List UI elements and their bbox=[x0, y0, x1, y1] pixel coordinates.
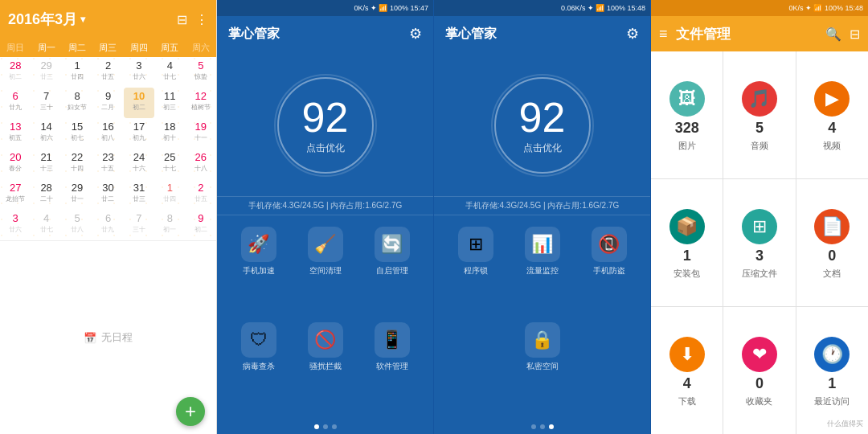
manager-action-item[interactable]: 🚀 手机加速 bbox=[225, 227, 292, 313]
manager2-score-circle[interactable]: 92 点击优化 bbox=[494, 77, 591, 174]
manager-action-label: 流量监控 bbox=[526, 265, 559, 276]
files-category-cell[interactable]: 🕐 1 最近访问 bbox=[796, 307, 868, 434]
files-category-cell[interactable]: 🎵 5 音频 bbox=[723, 51, 795, 178]
files-category-count: 0 bbox=[828, 248, 836, 264]
manager2-score-area[interactable]: 92 点击优化 bbox=[434, 51, 650, 196]
page-dot bbox=[314, 424, 319, 429]
manager-action-item[interactable]: 🧹 空间清理 bbox=[292, 227, 358, 313]
page-dot bbox=[323, 424, 328, 429]
add-event-button[interactable]: + bbox=[176, 397, 205, 426]
calendar-day[interactable]: 3廿六 bbox=[0, 210, 31, 240]
calendar-day[interactable]: 17初九 bbox=[124, 118, 154, 149]
files-category-cell[interactable]: ▶ 4 视频 bbox=[796, 51, 868, 178]
calendar-day[interactable]: 9初二 bbox=[186, 210, 216, 240]
manager1-status-bar: 0K/s ✦ 📶 100% 15:47 bbox=[217, 0, 433, 16]
files-category-cell[interactable]: 📦 1 安装包 bbox=[651, 179, 723, 306]
calendar-day[interactable]: 6廿九 bbox=[0, 88, 31, 118]
calendar-day[interactable]: 14初六 bbox=[31, 118, 61, 149]
files-sort-icon[interactable]: ⊟ bbox=[850, 27, 860, 42]
files-category-cell[interactable]: ⬇ 4 下载 bbox=[651, 307, 723, 434]
files-status-bar: 0K/s ✦ 📶 100% 15:48 bbox=[651, 0, 868, 16]
calendar-day[interactable]: 15初七 bbox=[62, 118, 92, 149]
calendar-day[interactable]: 7三十 bbox=[31, 88, 61, 118]
manager2-gear-icon[interactable]: ⚙ bbox=[626, 25, 639, 43]
calendar-day[interactable]: 29廿三 bbox=[31, 57, 61, 88]
manager-action-label: 骚扰拦截 bbox=[309, 361, 342, 372]
manager-action-item[interactable]: 🛡 病毒查杀 bbox=[225, 322, 292, 408]
calendar-day[interactable]: 26十八 bbox=[186, 149, 216, 179]
calendar-day[interactable]: 8初一 bbox=[154, 210, 185, 240]
calendar-day[interactable]: 21十三 bbox=[31, 149, 61, 179]
manager-action-item[interactable]: ⊞ 程序锁 bbox=[442, 227, 509, 313]
calendar-dropdown-icon[interactable]: ▾ bbox=[80, 14, 85, 25]
calendar-day[interactable]: 16初八 bbox=[92, 118, 123, 149]
calendar-day[interactable]: 1廿四 bbox=[154, 179, 185, 210]
calendar-day[interactable]: 28二十 bbox=[31, 179, 61, 210]
manager-action-icon: 🧹 bbox=[308, 227, 343, 262]
calendar-panel: 2016年3月 ▾ ⊟ ⋮ 周日周一周二周三周四周五周六 28初二29廿三1廿四… bbox=[0, 0, 217, 434]
calendar-day[interactable]: 3廿六 bbox=[124, 57, 154, 88]
calendar-day[interactable]: 13初五 bbox=[0, 118, 31, 149]
manager1-score-area[interactable]: 92 点击优化 bbox=[217, 51, 433, 196]
calendar-day[interactable]: 20春分 bbox=[0, 149, 31, 179]
manager-action-item[interactable]: 🔒 私密空间 bbox=[442, 322, 642, 408]
files-search-icon[interactable]: 🔍 bbox=[825, 27, 841, 42]
manager-action-item[interactable]: 🔄 自启管理 bbox=[358, 227, 425, 313]
page-dot bbox=[531, 424, 536, 429]
manager-action-item[interactable]: 📵 手机防盗 bbox=[575, 227, 642, 313]
manager-action-item[interactable]: 📊 流量监控 bbox=[509, 227, 575, 313]
calendar-day[interactable]: 1廿四 bbox=[62, 57, 92, 88]
calendar-day[interactable]: 9二月 bbox=[92, 88, 123, 118]
manager-action-label: 手机加速 bbox=[243, 265, 275, 276]
calendar-day[interactable]: 12植树节 bbox=[186, 88, 216, 118]
calendar-day[interactable]: 25十七 bbox=[154, 149, 185, 179]
files-category-cell[interactable]: 🖼 328 图片 bbox=[651, 51, 723, 178]
calendar-day[interactable]: 28初二 bbox=[0, 57, 31, 88]
calendar-day[interactable]: 5廿八 bbox=[62, 210, 92, 240]
calendar-day[interactable]: 30廿二 bbox=[92, 179, 123, 210]
files-grid: 🖼 328 图片 🎵 5 音频 ▶ 4 视频 📦 1 安装包 ⊞ 3 压缩文件 … bbox=[651, 51, 868, 434]
files-menu-icon[interactable]: ≡ bbox=[659, 26, 668, 43]
calendar-day[interactable]: 5惊蛰 bbox=[186, 57, 216, 88]
manager1-score-circle[interactable]: 92 点击优化 bbox=[277, 77, 374, 174]
calendar-day[interactable]: 19十一 bbox=[186, 118, 216, 149]
calendar-day[interactable]: 31廿三 bbox=[124, 179, 154, 210]
calendar-footer: 📅 无日程 + bbox=[0, 240, 216, 434]
calendar-day[interactable]: 29廿一 bbox=[62, 179, 92, 210]
calendar-day[interactable]: 7三十 bbox=[124, 210, 154, 240]
calendar-day[interactable]: 2廿五 bbox=[92, 57, 123, 88]
calendar-view-icon[interactable]: ⊟ bbox=[177, 12, 187, 27]
calendar-more-icon[interactable]: ⋮ bbox=[195, 12, 208, 27]
manager-action-icon: ⊞ bbox=[458, 227, 493, 262]
calendar-day[interactable]: 6廿九 bbox=[92, 210, 123, 240]
calendar-day[interactable]: 2廿五 bbox=[186, 179, 216, 210]
manager-action-item[interactable]: 🚫 骚扰拦截 bbox=[292, 322, 358, 408]
calendar-day[interactable]: 11初三 bbox=[154, 88, 185, 118]
manager2-page-dots bbox=[434, 420, 650, 434]
calendar-day[interactable]: 4廿七 bbox=[154, 57, 185, 88]
calendar-day[interactable]: 4廿七 bbox=[31, 210, 61, 240]
calendar-day[interactable]: 23十五 bbox=[92, 149, 123, 179]
files-category-cell[interactable]: 📄 0 文档 bbox=[796, 179, 868, 306]
calendar-weekday: 周一 bbox=[31, 40, 61, 55]
manager1-gear-icon[interactable]: ⚙ bbox=[409, 25, 422, 43]
calendar-day[interactable]: 10初二 bbox=[124, 88, 154, 118]
manager-action-label: 软件管理 bbox=[376, 361, 408, 372]
manager-action-label: 空间清理 bbox=[309, 265, 342, 276]
files-category-cell[interactable]: ❤ 0 收藏夹 bbox=[723, 307, 795, 434]
manager-action-label: 病毒查杀 bbox=[243, 361, 275, 372]
files-category-cell[interactable]: ⊞ 3 压缩文件 bbox=[723, 179, 795, 306]
calendar-day[interactable]: 24十六 bbox=[124, 149, 154, 179]
calendar-weekdays: 周日周一周二周三周四周五周六 bbox=[0, 39, 216, 57]
calendar-day[interactable]: 18初十 bbox=[154, 118, 185, 149]
calendar-day[interactable]: 8妇女节 bbox=[62, 88, 92, 118]
manager1-actions: 🚀 手机加速 🧹 空间清理 🔄 自启管理 🛡 病毒查杀 🚫 骚扰拦截 📱 软件管… bbox=[217, 215, 433, 420]
manager-action-label: 程序锁 bbox=[464, 265, 488, 276]
page-dot bbox=[549, 424, 554, 429]
files-category-count: 5 bbox=[755, 120, 764, 137]
calendar-day[interactable]: 22十四 bbox=[62, 149, 92, 179]
files-category-icon: 🎵 bbox=[742, 81, 777, 117]
calendar-title[interactable]: 2016年3月 ▾ bbox=[8, 10, 85, 29]
manager-action-item[interactable]: 📱 软件管理 bbox=[358, 322, 425, 408]
calendar-day[interactable]: 27龙抬节 bbox=[0, 179, 31, 210]
